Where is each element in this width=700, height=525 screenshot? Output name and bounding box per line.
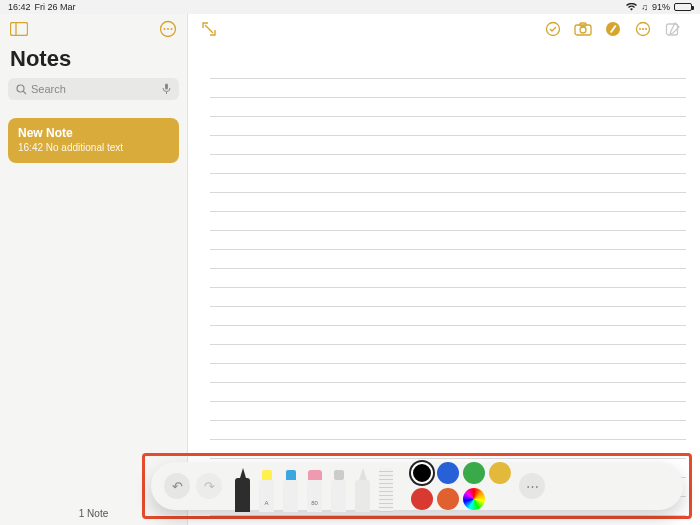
page-title: Notes — [0, 44, 187, 78]
color-swatches — [411, 462, 511, 510]
redo-button[interactable]: ↷ — [196, 473, 222, 499]
status-time: 16:42 — [8, 2, 31, 12]
status-date: Fri 26 Mar — [35, 2, 76, 12]
svg-point-6 — [17, 85, 24, 92]
svg-point-17 — [642, 28, 644, 30]
search-icon — [16, 84, 27, 95]
svg-rect-0 — [11, 23, 28, 36]
drawing-tools: A 80 — [235, 462, 393, 510]
marker-tool[interactable]: A — [259, 468, 274, 512]
battery-icon — [674, 3, 692, 11]
svg-point-18 — [645, 28, 647, 30]
compose-icon[interactable] — [664, 20, 682, 38]
svg-line-7 — [23, 91, 26, 94]
pen-tool[interactable] — [235, 468, 250, 512]
wifi-icon — [626, 3, 637, 11]
pencil-tool[interactable]: 80 — [307, 468, 322, 512]
color-orange[interactable] — [437, 488, 459, 510]
more-icon[interactable] — [634, 20, 652, 38]
color-picker[interactable] — [463, 488, 485, 510]
note-editor — [188, 14, 700, 525]
checklist-icon[interactable] — [544, 20, 562, 38]
markup-palette-highlight: ↶ ↷ A 80 ⋯ — [142, 453, 692, 519]
expand-icon[interactable] — [200, 20, 218, 38]
palette-more-button[interactable]: ⋯ — [519, 473, 545, 499]
sidebar-toggle-icon[interactable] — [10, 20, 28, 38]
eraser-tool[interactable] — [331, 468, 346, 512]
note-list-item[interactable]: New Note 16:42 No additional text — [8, 118, 179, 163]
markup-palette: ↶ ↷ A 80 ⋯ — [151, 462, 683, 510]
lasso-tool[interactable] — [355, 468, 370, 512]
markup-icon[interactable] — [604, 20, 622, 38]
color-blue[interactable] — [437, 462, 459, 484]
svg-point-3 — [164, 28, 166, 30]
note-title: New Note — [18, 126, 169, 140]
ruler-tool[interactable] — [379, 468, 393, 512]
status-bar: 16:42 Fri 26 Mar ♫ 91% — [0, 0, 700, 14]
undo-button[interactable]: ↶ — [164, 473, 190, 499]
svg-point-5 — [171, 28, 173, 30]
svg-point-4 — [167, 28, 169, 30]
battery-pct: 91% — [652, 2, 670, 12]
sidebar: Notes Search New Note 16:42 No additiona… — [0, 14, 188, 525]
color-yellow[interactable] — [489, 462, 511, 484]
highlighter-tool[interactable] — [283, 468, 298, 512]
search-input[interactable]: Search — [8, 78, 179, 100]
color-black[interactable] — [411, 462, 433, 484]
editor-toolbar — [188, 14, 700, 44]
svg-rect-8 — [165, 84, 168, 90]
color-green[interactable] — [463, 462, 485, 484]
svg-point-16 — [639, 28, 641, 30]
more-options-icon[interactable] — [159, 20, 177, 38]
color-red[interactable] — [411, 488, 433, 510]
dictate-icon[interactable] — [162, 83, 171, 95]
svg-point-12 — [580, 27, 586, 33]
search-placeholder: Search — [31, 83, 162, 95]
camera-icon[interactable] — [574, 20, 592, 38]
svg-point-10 — [547, 23, 560, 36]
headphones-icon: ♫ — [641, 2, 648, 12]
note-subtitle: 16:42 No additional text — [18, 142, 169, 153]
